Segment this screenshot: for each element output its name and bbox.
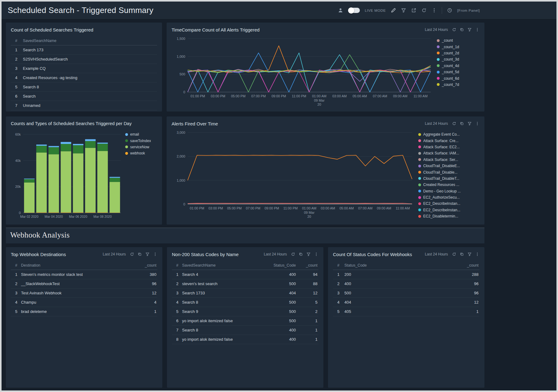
legend-item[interactable]: _count_3d — [437, 56, 470, 62]
column-header[interactable]: # — [172, 263, 181, 268]
refresh-icon[interactable] — [452, 252, 456, 256]
refresh-icon[interactable] — [452, 121, 456, 126]
legend-item[interactable]: _count_1d — [437, 44, 470, 50]
time-range-label[interactable]: Last 24 Hours — [264, 252, 287, 256]
column-header[interactable]: Status_Code — [343, 263, 455, 268]
time-range-label[interactable]: Last 24 Hours — [425, 27, 448, 32]
table-row[interactable]: 440412 — [333, 298, 479, 307]
legend-item[interactable]: EC2_Disabletermin... — [418, 213, 470, 219]
column-header[interactable]: Destination — [20, 263, 133, 268]
table-row[interactable]: 1200288 — [333, 270, 479, 279]
refresh-icon[interactable] — [452, 27, 456, 32]
panel-scheduled-searches: Count of Scheduled Searches Triggered #S… — [6, 23, 162, 112]
time-range-label[interactable]: Last 24 Hours — [425, 252, 448, 256]
more-menu-icon[interactable] — [475, 27, 479, 32]
share-icon[interactable] — [411, 8, 416, 13]
table-row[interactable]: 1Search 173 — [11, 45, 157, 55]
legend-item[interactable]: _count_2d — [437, 50, 470, 56]
table-row[interactable]: 1Search 440094 — [172, 270, 318, 279]
legend-item[interactable]: _count_5d — [437, 69, 470, 75]
copy-icon[interactable] — [460, 121, 464, 126]
legend-item[interactable]: _count_6d — [437, 75, 470, 81]
more-menu-icon[interactable] — [475, 121, 479, 126]
legend-item[interactable]: saveToIndex — [125, 137, 157, 144]
legend-item[interactable]: Attack Surface: Cre... — [418, 137, 470, 144]
copy-icon[interactable] — [460, 27, 464, 32]
per_day-svg: 020k40k60kMar 02 2020Mar 04 2020Mar 06 2… — [11, 130, 123, 220]
table-row[interactable]: 3Search 173340412 — [172, 289, 318, 298]
filter-icon[interactable] — [467, 27, 472, 32]
time-range-label[interactable]: Last 24 Hours — [425, 121, 448, 126]
legend-item[interactable]: EC2_AuthorizeSecu... — [418, 194, 470, 200]
table-row[interactable]: 4Search 85005 — [172, 298, 318, 307]
table-row[interactable]: 7Search 84001 — [172, 326, 318, 335]
column-header[interactable]: _count — [297, 263, 318, 268]
more-menu-icon[interactable] — [475, 252, 479, 256]
legend-item[interactable]: Aggregate Event Co... — [418, 131, 470, 137]
copy-icon[interactable] — [460, 252, 464, 256]
edit-icon[interactable] — [391, 8, 396, 13]
table-row[interactable]: 7Unnamed — [11, 101, 157, 110]
more-menu-icon[interactable] — [432, 8, 437, 13]
refresh-icon[interactable] — [421, 8, 427, 13]
legend-item[interactable]: Demo - Geo Lookup ... — [418, 188, 470, 194]
table-row[interactable]: 2__SlackWebhookTest96 — [11, 279, 157, 289]
copy-icon[interactable] — [138, 252, 142, 256]
column-header[interactable]: # — [333, 263, 343, 268]
legend-item[interactable]: EC2_DescribeInstan... — [418, 207, 470, 213]
live-mode-toggle[interactable] — [348, 8, 360, 13]
column-header[interactable]: _count — [455, 263, 479, 268]
legend-item[interactable]: Attack Surface: IAM... — [418, 150, 470, 156]
filter-icon[interactable] — [467, 121, 472, 126]
table-row[interactable]: 5Search 95002 — [172, 307, 318, 316]
filter-icon[interactable] — [145, 252, 150, 256]
section-title: Webhook Analysis — [10, 231, 480, 239]
table-row[interactable]: 4Created Resources -ag testing — [11, 73, 157, 82]
legend-item[interactable]: _count_4d — [437, 63, 470, 69]
legend-item[interactable]: Attack Surface: Ser... — [418, 157, 470, 163]
table-row[interactable]: 5brad deleteme1 — [11, 307, 157, 316]
table-row[interactable]: 240096 — [333, 279, 479, 289]
copy-icon[interactable] — [299, 252, 303, 256]
filter-icon[interactable] — [401, 8, 406, 13]
legend-item[interactable]: _count — [437, 37, 470, 44]
more-menu-icon[interactable] — [153, 252, 157, 256]
table-cell: 6 — [172, 318, 181, 323]
column-header[interactable]: # — [11, 39, 22, 43]
legend-item[interactable]: webhook — [125, 150, 157, 156]
legend-item[interactable]: CloudTrail_DisableE... — [418, 163, 470, 169]
column-header[interactable]: SavedSearchName — [22, 39, 157, 43]
column-header[interactable]: # — [11, 263, 20, 268]
table-row[interactable]: 2steven's test search50088 — [172, 279, 318, 289]
table-row[interactable]: 8yo import alok itemized false4001 — [172, 335, 318, 344]
time-range-label[interactable]: Last 24 Hours — [103, 252, 126, 256]
legend-item[interactable]: email — [125, 131, 157, 137]
legend-item[interactable]: CloudTrail_DisableT... — [418, 175, 470, 182]
table-row[interactable]: 4Champu4 — [11, 298, 157, 307]
refresh-icon[interactable] — [291, 252, 295, 256]
table-row[interactable]: 6Search — [11, 92, 157, 101]
column-header[interactable]: Status_Code — [263, 263, 297, 268]
legend-item[interactable]: EC2_DescribeInstan... — [418, 200, 470, 207]
legend-item[interactable]: serviceNow — [125, 144, 157, 150]
legend-item[interactable]: _count_7d — [437, 82, 470, 88]
filter-icon[interactable] — [467, 252, 472, 256]
column-header[interactable]: _count — [133, 263, 157, 268]
table-row[interactable]: 2S2SVHScheduledSearch — [11, 55, 157, 64]
table-row[interactable]: 54051 — [333, 307, 479, 316]
table-row[interactable]: 6yo import alok itemized false5001 — [172, 316, 318, 326]
user-icon[interactable] — [338, 8, 343, 13]
history-clock-icon[interactable] — [447, 8, 452, 13]
table-row[interactable]: 5Search 8 — [11, 82, 157, 92]
table-row[interactable]: 3Example CQ — [11, 64, 157, 73]
table-row[interactable]: 3Test Avinash Webhook12 — [11, 289, 157, 298]
table-row[interactable]: 1Steven's metrics monitor slack test380 — [11, 270, 157, 279]
legend-item[interactable]: CloudTrail_Disable... — [418, 169, 470, 175]
legend-item[interactable]: Created Resources ... — [418, 182, 470, 188]
table-row[interactable]: 350096 — [333, 289, 479, 298]
column-header[interactable]: SavedSearchName — [181, 263, 263, 268]
filter-icon[interactable] — [306, 252, 311, 256]
legend-item[interactable]: Attack Surface: EC2... — [418, 144, 470, 150]
more-menu-icon[interactable] — [314, 252, 318, 256]
refresh-icon[interactable] — [130, 252, 134, 256]
